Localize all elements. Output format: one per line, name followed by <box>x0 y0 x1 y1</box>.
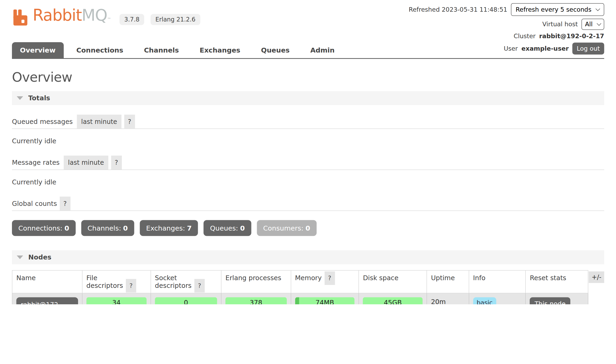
virtual-host-value: All <box>585 21 593 28</box>
info-badge-basic[interactable]: basic <box>473 297 496 305</box>
chevron-down-icon <box>596 7 600 11</box>
socket-descriptors-help-icon[interactable]: ? <box>194 279 205 293</box>
message-rates-help-icon[interactable]: ? <box>111 156 122 170</box>
rabbit-icon <box>12 8 30 27</box>
nodes-table-header-row: Name File descriptors? Socket descriptor… <box>12 270 588 293</box>
global-counts-help-icon[interactable]: ? <box>60 197 70 211</box>
consumers-count-label: Consumers: <box>263 224 303 232</box>
node-row: rabbit@172-104-212-22 34 65536 available… <box>12 293 588 304</box>
col-info: Info <box>469 270 526 293</box>
col-disk-space: Disk space <box>359 270 427 293</box>
channels-count-label: Channels: <box>87 224 121 232</box>
refresh-interval-select[interactable]: Refresh every 5 seconds <box>511 3 604 16</box>
message-rates-status: Currently idle <box>12 178 604 186</box>
col-uptime: Uptime <box>427 270 469 293</box>
col-file-descriptors: File descriptors? <box>82 270 151 293</box>
collapse-triangle-icon <box>17 96 23 100</box>
global-counts-badges: Connections:0 Channels:0 Exchanges:7 Que… <box>12 220 604 236</box>
col-erlang-processes: Erlang processes <box>221 270 291 293</box>
nodes-section-title: Nodes <box>28 254 52 261</box>
tab-exchanges[interactable]: Exchanges <box>192 42 248 58</box>
version-badges: 3.7.8 Erlang 21.2.6 <box>119 14 200 25</box>
main-nav-tabs: Overview Connections Channels Exchanges … <box>12 42 604 59</box>
socket-descriptors-bar: 0 <box>155 297 217 305</box>
disk-space-cell: 45GB 48MB low watermark <box>359 293 427 304</box>
exchanges-count-label: Exchanges: <box>146 224 185 232</box>
socket-descriptors-cell: 0 58890 available <box>151 293 221 304</box>
wordmark-mq: MQ <box>82 6 107 24</box>
memory-bar: 74MB <box>295 297 355 305</box>
col-socket-descriptors: Socket descriptors? <box>151 270 221 293</box>
file-descriptors-help-icon[interactable]: ? <box>126 279 136 293</box>
nodes-section-header[interactable]: Nodes <box>12 250 604 265</box>
global-counts-label: Global counts <box>12 200 57 211</box>
memory-help-icon[interactable]: ? <box>324 271 335 285</box>
collapse-triangle-icon <box>17 255 23 259</box>
columns-toggle-button[interactable]: +/- <box>589 271 604 283</box>
erlang-version-badge: Erlang 21.2.6 <box>151 14 200 25</box>
uptime-minutes: 20m <box>431 297 465 305</box>
channels-count-badge[interactable]: Channels:0 <box>81 220 134 236</box>
erlang-processes-bar: 378 <box>225 297 286 305</box>
tab-overview[interactable]: Overview <box>12 42 63 58</box>
trademark-mark: ™ <box>107 17 111 22</box>
tab-channels[interactable]: Channels <box>136 42 187 58</box>
node-name-cell: rabbit@172-104-212-22 <box>12 293 82 304</box>
exchanges-count-badge[interactable]: Exchanges:7 <box>140 220 198 236</box>
top-bar: RabbitMQ™ 3.7.8 Erlang 21.2.6 Refreshed … <box>12 0 604 59</box>
file-descriptors-bar: 34 <box>86 297 147 305</box>
page-title: Overview <box>12 69 604 85</box>
queues-count-value: 0 <box>240 224 245 232</box>
refresh-interval-value: Refresh every 5 seconds <box>516 6 591 13</box>
message-rates-label: Message rates <box>12 159 60 170</box>
connections-count-badge[interactable]: Connections:0 <box>12 220 75 236</box>
queued-messages-label: Queued messages <box>12 118 73 129</box>
disk-space-bar: 45GB <box>363 297 423 305</box>
queues-count-badge[interactable]: Queues:0 <box>204 220 251 236</box>
uptime-cell: 20m 10s <box>427 293 469 304</box>
tab-connections[interactable]: Connections <box>68 42 131 58</box>
reset-this-node-button[interactable]: This node <box>530 297 570 305</box>
consumers-count-value: 0 <box>305 224 310 232</box>
cluster-name: rabbit@192-0-2-17 <box>539 33 604 40</box>
cluster-label: Cluster <box>514 33 536 40</box>
rabbitmq-logo[interactable]: RabbitMQ™ 3.7.8 Erlang 21.2.6 <box>12 6 200 28</box>
queues-count-label: Queues: <box>210 224 238 232</box>
message-rates-range-tab[interactable]: last minute <box>64 156 109 170</box>
memory-used-fill <box>295 297 299 305</box>
virtual-host-select[interactable]: All <box>581 19 604 30</box>
reset-stats-cell: This node All nodes <box>526 293 588 304</box>
totals-section-title: Totals <box>28 94 50 102</box>
queued-messages-help-icon[interactable]: ? <box>124 115 135 129</box>
virtual-host-label: Virtual host <box>542 21 578 28</box>
refreshed-timestamp: Refreshed 2023-05-31 11:48:51 <box>409 6 507 13</box>
memory-cell: 74MB 798MB high watermark <box>291 293 359 304</box>
col-reset-stats: Reset stats <box>526 270 588 293</box>
message-rates-header: Message rates last minute ? <box>12 156 604 170</box>
tab-queues[interactable]: Queues <box>253 42 298 58</box>
col-memory: Memory? <box>291 270 359 293</box>
channels-count-value: 0 <box>123 224 128 232</box>
col-name: Name <box>12 270 82 293</box>
wordmark-rabbit: Rabbit <box>33 6 82 24</box>
global-counts-header: Global counts ? <box>12 197 604 211</box>
chevron-down-icon <box>597 21 601 26</box>
consumers-count-badge: Consumers:0 <box>257 220 316 236</box>
exchanges-count-value: 7 <box>187 224 192 232</box>
tab-admin[interactable]: Admin <box>302 42 343 58</box>
info-cell: basic disc 1 rss <box>469 293 526 304</box>
rabbitmq-wordmark: RabbitMQ™ <box>33 6 111 28</box>
connections-count-value: 0 <box>65 224 69 232</box>
rabbitmq-version-badge: 3.7.8 <box>119 14 144 25</box>
nodes-table-zone: +/- Name File descriptors? Socket descri… <box>12 270 604 305</box>
connections-count-label: Connections: <box>18 224 62 232</box>
queued-messages-status: Currently idle <box>12 137 604 145</box>
queued-messages-range-tab[interactable]: last minute <box>77 115 122 129</box>
queued-messages-header: Queued messages last minute ? <box>12 115 604 129</box>
erlang-processes-cell: 378 1048576 available <box>221 293 291 304</box>
totals-section-header[interactable]: Totals <box>12 91 604 105</box>
nodes-table: Name File descriptors? Socket descriptor… <box>12 270 588 305</box>
node-name-badge[interactable]: rabbit@172-104-212-22 <box>16 297 78 305</box>
file-descriptors-cell: 34 65536 available <box>82 293 151 304</box>
